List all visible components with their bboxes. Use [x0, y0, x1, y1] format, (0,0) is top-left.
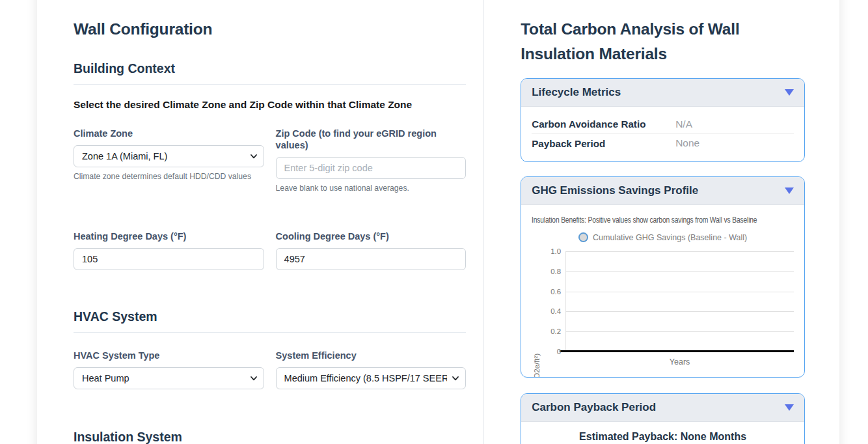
- metric-label: Carbon Avoidance Ratio: [532, 118, 645, 130]
- plot-area: 1.0 0.8 0.6 0.4 0.2 0: [565, 251, 794, 352]
- zip-code-field: Zip Code (to find your eGRID region valu…: [276, 128, 467, 193]
- zip-code-label: Zip Code (to find your eGRID region valu…: [276, 128, 467, 151]
- metric-row-payback-period: Payback Period None: [532, 133, 794, 152]
- climate-zone-select-wrap: Zone 1A (Miami, FL): [74, 145, 264, 167]
- system-efficiency-select-wrap: Medium Efficiency (8.5 HSPF/17 SEER): [276, 367, 467, 389]
- section-divider: [74, 84, 466, 85]
- zero-baseline: [560, 350, 794, 352]
- zip-code-input[interactable]: [276, 157, 467, 179]
- section-divider: [74, 332, 466, 333]
- lifecycle-metrics-card: Lifecycle Metrics Carbon Avoidance Ratio…: [521, 78, 805, 162]
- climate-zone-field: Climate Zone Zone 1A (Miami, FL) Climate…: [74, 128, 264, 193]
- metric-value: None: [675, 137, 699, 149]
- gridline: [565, 331, 794, 332]
- ghg-savings-header[interactable]: GHG Emissions Savings Profile: [521, 177, 804, 205]
- y-axis-line: [565, 251, 566, 352]
- y-tick-label: 0.2: [550, 327, 561, 335]
- system-efficiency-label: System Efficiency: [276, 350, 467, 361]
- y-tick-label: 0.8: [550, 268, 561, 275]
- hvac-row: HVAC System Type Heat Pump System Effici…: [74, 350, 466, 389]
- carbon-analysis-panel: Total Carbon Analysis of Wall Insulation…: [484, 0, 839, 444]
- cooling-degree-days-label: Cooling Degree Days (°F): [276, 230, 467, 242]
- carbon-payback-body: Estimated Payback: None Months: [521, 422, 804, 444]
- metric-label: Payback Period: [532, 138, 605, 149]
- carbon-payback-title: Carbon Payback Period: [532, 400, 656, 415]
- building-context-heading: Building Context: [74, 61, 466, 76]
- y-axis-label-column: Carbon Difference (kgCO2e/ft²): [532, 251, 542, 352]
- collapse-triangle-icon[interactable]: [785, 89, 794, 96]
- cooling-degree-days-field: Cooling Degree Days (°F): [276, 230, 467, 270]
- heating-degree-days-field: Heating Degree Days (°F): [74, 230, 264, 270]
- degree-days-row: Heating Degree Days (°F) Cooling Degree …: [74, 230, 466, 270]
- y-tick-label: 0.4: [550, 307, 561, 315]
- wall-configuration-title: Wall Configuration: [74, 17, 466, 42]
- heating-degree-days-input[interactable]: [74, 248, 264, 270]
- system-efficiency-field: System Efficiency Medium Efficiency (8.5…: [276, 350, 467, 389]
- climate-zip-row: Climate Zone Zone 1A (Miami, FL) Climate…: [74, 128, 466, 193]
- gridline: [565, 311, 794, 312]
- gridline: [565, 271, 794, 272]
- hvac-system-heading: HVAC System: [74, 309, 466, 324]
- climate-zone-helper: Climate zone determines default HDD/CDD …: [74, 172, 264, 181]
- y-axis-label: Carbon Difference (kgCO2e/ft²): [533, 354, 541, 378]
- legend-label: Cumulative GHG Savings (Baseline - Wall): [593, 233, 747, 242]
- y-tick-label: 0.6: [550, 288, 561, 296]
- carbon-payback-header[interactable]: Carbon Payback Period: [521, 394, 804, 422]
- chart-legend[interactable]: Cumulative GHG Savings (Baseline - Wall): [532, 232, 794, 242]
- page: Wall Configuration Building Context Sele…: [0, 0, 868, 444]
- carbon-analysis-title: Total Carbon Analysis of Wall Insulation…: [521, 17, 805, 66]
- collapse-triangle-icon[interactable]: [785, 404, 794, 411]
- ghg-savings-card: GHG Emissions Savings Profile Insulation…: [521, 176, 805, 378]
- payback-estimate-text: Estimated Payback: None Months: [532, 431, 794, 443]
- ghg-savings-title: GHG Emissions Savings Profile: [532, 183, 698, 199]
- metric-row-carbon-avoidance: Carbon Avoidance Ratio N/A: [532, 115, 794, 133]
- hvac-type-select-wrap: Heat Pump: [74, 367, 264, 389]
- chart-subtitle: Insulation Benefits: Positive values sho…: [532, 215, 793, 225]
- gridline: [565, 292, 794, 292]
- lifecycle-metrics-title: Lifecycle Metrics: [532, 85, 621, 100]
- climate-zone-select[interactable]: Zone 1A (Miami, FL): [74, 145, 264, 167]
- wall-configuration-panel: Wall Configuration Building Context Sele…: [37, 0, 484, 444]
- y-tick-label: 1.0: [550, 247, 561, 255]
- lifecycle-metrics-body: Carbon Avoidance Ratio N/A Payback Perio…: [521, 107, 804, 161]
- y-tick-label: 0: [557, 348, 561, 355]
- heating-degree-days-label: Heating Degree Days (°F): [74, 230, 264, 242]
- carbon-payback-card: Carbon Payback Period Estimated Payback:…: [521, 393, 805, 444]
- legend-circle-marker-icon: [578, 232, 588, 242]
- zip-code-helper: Leave blank to use national averages.: [276, 184, 467, 193]
- lifecycle-metrics-header[interactable]: Lifecycle Metrics: [521, 79, 804, 107]
- gridline: [565, 251, 794, 252]
- chart-plot-row: Carbon Difference (kgCO2e/ft²) 1.0 0.8: [532, 251, 794, 352]
- metric-value: N/A: [675, 118, 692, 130]
- x-axis-label: Years: [565, 357, 794, 367]
- insulation-system-heading: Insulation System: [74, 430, 466, 444]
- cooling-degree-days-input[interactable]: [276, 248, 467, 270]
- system-efficiency-select[interactable]: Medium Efficiency (8.5 HSPF/17 SEER): [276, 367, 467, 389]
- main-content-card: Wall Configuration Building Context Sele…: [37, 0, 839, 444]
- collapse-triangle-icon[interactable]: [785, 187, 794, 194]
- hvac-type-field: HVAC System Type Heat Pump: [74, 350, 264, 389]
- climate-zone-prompt: Select the desired Climate Zone and Zip …: [74, 99, 466, 111]
- ghg-chart-container: Insulation Benefits: Positive values sho…: [521, 205, 804, 377]
- hvac-type-label: HVAC System Type: [74, 350, 264, 361]
- climate-zone-label: Climate Zone: [74, 128, 264, 139]
- hvac-type-select[interactable]: Heat Pump: [74, 367, 264, 389]
